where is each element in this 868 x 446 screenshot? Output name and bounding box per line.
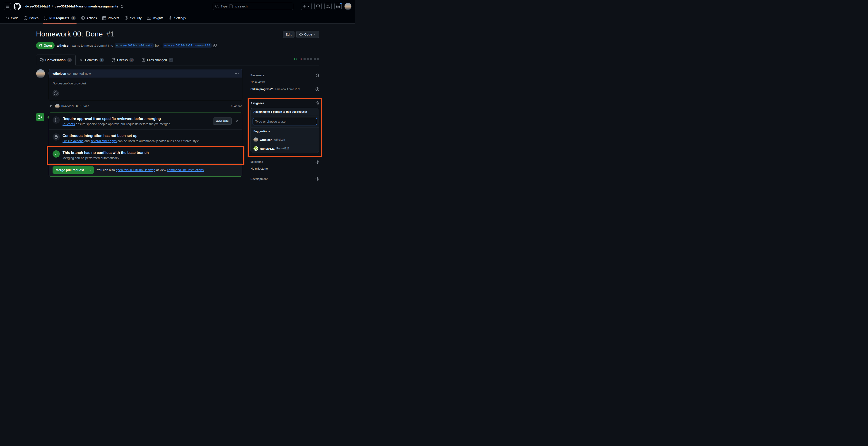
repo-nav-code[interactable]: Code [3, 13, 21, 23]
hubot-icon [53, 133, 60, 140]
comment-body-text: No description provided. [53, 82, 239, 85]
hamburger-menu-button[interactable] [4, 3, 11, 10]
suggestion-login: wtheisen [274, 138, 285, 141]
sidebar-divider [250, 174, 319, 174]
merge-pull-request-button[interactable]: Merge pull request [53, 166, 94, 173]
breadcrumb-owner[interactable]: nd-cse-30124-fa24 [24, 4, 50, 8]
create-new-button[interactable] [301, 3, 312, 10]
commit-message[interactable]: Homework 00: Done [61, 105, 229, 108]
gear-icon[interactable] [315, 101, 319, 105]
code-dropdown-button[interactable]: Code [296, 31, 319, 38]
tab-files-changed[interactable]: Files changed 1 [138, 54, 177, 65]
user-avatar[interactable] [344, 3, 351, 10]
ci-row: Continuous integration has not been set … [49, 129, 242, 147]
suggestion-user-wtheisen[interactable]: wtheisen wtheisen [251, 135, 319, 144]
repo-nav-security[interactable]: Security [122, 13, 144, 23]
head-branch-label[interactable]: nd-cse-30124-fa24:homework00 [163, 43, 212, 48]
commit-sha[interactable]: d54ebaa [231, 105, 242, 108]
comment-timestamp[interactable]: now [85, 72, 91, 75]
development-heading: Development [250, 178, 268, 181]
gear-icon[interactable] [315, 73, 319, 77]
diffstat: +0 −0 [294, 57, 319, 61]
suggestion-name: Runyi0121 [260, 147, 275, 150]
play-icon [81, 16, 85, 20]
github-actions-link[interactable]: GitHub Actions [63, 139, 84, 143]
inbox-button[interactable] [334, 3, 342, 10]
repo-nav-label: Issues [29, 16, 38, 20]
comment-header: wtheisen commented now [49, 69, 242, 78]
info-icon[interactable] [315, 87, 319, 91]
base-branch-label[interactable]: nd-cse-30124-fa24:main [115, 43, 154, 48]
assignee-search-input[interactable] [253, 118, 317, 125]
conflicts-row: This branch has no conflicts with the ba… [49, 147, 242, 163]
breadcrumb-separator: / [52, 4, 53, 8]
gear-icon[interactable] [315, 177, 319, 181]
repo-nav-projects[interactable]: Projects [100, 13, 122, 23]
conflicts-subtitle: Merging can be performed automatically. [63, 156, 239, 160]
issues-button[interactable] [314, 3, 322, 10]
edit-button[interactable]: Edit [283, 31, 294, 38]
suggestion-user-runyi0121[interactable]: Runyi0121 Runyi0121 [251, 144, 319, 153]
diffstat-additions: +0 [294, 57, 298, 61]
pr-merge-sentence: wtheisen wants to merge 1 commit into nd… [57, 43, 217, 48]
identicon-avatar [253, 146, 258, 151]
tab-conversation[interactable]: Conversation 0 [36, 55, 76, 65]
add-rule-button[interactable]: Add rule [213, 118, 232, 125]
pr-title: Homework 00: Done #1 [36, 30, 319, 38]
search-input[interactable]: Type / to search [213, 3, 293, 10]
breadcrumb-repo[interactable]: cse-30124-fa24-assignments-assignments [55, 4, 118, 8]
top-header: nd-cse-30124-fa24 / cse-30124-fa24-assig… [0, 0, 355, 13]
graph-icon [147, 16, 151, 20]
repo-nav-pull-requests[interactable]: Pull requests 1 [42, 13, 78, 23]
git-merge-icon [36, 113, 44, 121]
github-desktop-link[interactable]: open this in GitHub Desktop [116, 168, 155, 172]
emoji-reaction-button[interactable] [53, 90, 59, 96]
close-icon[interactable] [235, 119, 239, 123]
development-section: Development Successfully merging this pu… [250, 177, 319, 183]
tab-checks[interactable]: Checks 0 [108, 54, 138, 65]
repo-nav-label: Pull requests [50, 16, 69, 20]
comment-author[interactable]: wtheisen [53, 72, 66, 75]
github-logo[interactable] [13, 3, 21, 10]
other-apps-link[interactable]: several other apps [91, 139, 117, 143]
merge-section: Require approval from specific reviewers… [36, 113, 242, 177]
repo-nav-label: Settings [174, 16, 186, 20]
git-branch-icon [53, 116, 60, 124]
repo-nav-label: Projects [108, 16, 119, 20]
rulesets-link[interactable]: Rulesets [63, 122, 75, 126]
search-placeholder-post: to search [235, 4, 248, 8]
file-diff-icon [142, 58, 145, 62]
draft-prs-link[interactable]: Learn about draft PRs [273, 88, 300, 91]
checks-count-badge: 0 [129, 58, 134, 62]
code-icon [299, 33, 303, 36]
kebab-menu-icon[interactable] [235, 72, 239, 75]
merge-options-caret[interactable] [87, 166, 94, 173]
commit-author-avatar[interactable] [55, 104, 60, 108]
assignees-panel-title: Assign up to 1 person to this pull reque… [251, 108, 319, 116]
git-commit-icon [49, 104, 53, 108]
pull-requests-button[interactable] [324, 3, 332, 10]
reviewers-heading: Reviewers [250, 74, 264, 77]
sidebar: Reviewers No reviews Still in progress? … [250, 69, 319, 183]
pr-author[interactable]: wtheisen [57, 44, 70, 47]
code-icon [5, 16, 9, 20]
repo-nav-label: Security [130, 16, 142, 20]
pull-requests-count-badge: 1 [71, 16, 76, 20]
assignees-heading: Assignees [250, 102, 264, 105]
copy-icon[interactable] [213, 44, 217, 47]
gear-icon[interactable] [315, 160, 319, 164]
chevron-down-icon [313, 33, 316, 36]
comment-author-avatar[interactable] [36, 69, 45, 78]
tab-commits[interactable]: Commits 1 [76, 54, 107, 65]
user-avatar [253, 137, 258, 142]
repo-nav-settings[interactable]: Settings [166, 13, 188, 23]
pr-tabs: Conversation 0 Commits 1 Checks 0 Files … [36, 55, 319, 65]
conflicts-title: This branch has no conflicts with the ba… [63, 151, 239, 155]
repo-nav-actions[interactable]: Actions [79, 13, 99, 23]
breadcrumb: nd-cse-30124-fa24 / cse-30124-fa24-assig… [24, 4, 124, 8]
gear-icon [169, 16, 173, 20]
repo-nav-issues[interactable]: Issues [22, 13, 40, 23]
assignees-panel: Assign up to 1 person to this pull reque… [250, 108, 319, 153]
command-line-link[interactable]: command line instructions [167, 168, 204, 172]
repo-nav-insights[interactable]: Insights [145, 13, 165, 23]
